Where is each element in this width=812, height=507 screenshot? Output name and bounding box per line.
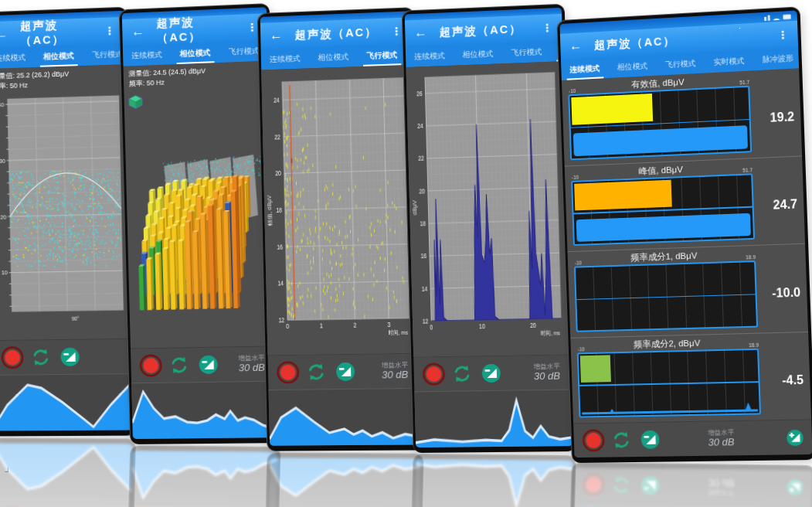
tab-flight-mode[interactable]: 飞行模式	[358, 44, 407, 66]
svg-text:幅值, dBμV: 幅值, dBμV	[267, 195, 273, 226]
svg-text:10: 10	[479, 322, 485, 330]
gain-increase-button[interactable]	[786, 428, 804, 447]
tab-continuous-mode[interactable]: 连续模式	[406, 45, 454, 67]
gauge-freq-component-2: -10 频率成分2, dBμV 18.9 -4.5	[570, 331, 811, 423]
tab-flight-mode[interactable]: 飞行模式	[656, 52, 705, 75]
gain-level-display: 增益水平 30 dB	[533, 362, 563, 383]
gauge-rms: -10 有效值, dBμV 51.7 19.2	[562, 68, 802, 165]
phone-continuous-mode: ← 超声波（AC） ⋮ 连续模式 相位模式 飞行模式 实时模式 脉冲波形 -10…	[562, 13, 807, 461]
svg-text:0: 0	[286, 322, 290, 330]
gauge-max-label: 51.7	[739, 80, 749, 86]
svg-text:12: 12	[423, 318, 429, 325]
gauge-list: -10 有效值, dBμV 51.7 19.2 -10 峰值, dBμV 51.…	[562, 68, 811, 423]
back-button[interactable]: ←	[414, 25, 427, 41]
tab-phase-mode[interactable]: 相位模式	[34, 45, 83, 67]
gain-level-display: 增益水平 30 dB	[708, 428, 738, 450]
gauge-bar	[574, 260, 758, 332]
refresh-button[interactable]	[169, 355, 189, 375]
app-title: 超声波（AC）	[594, 33, 676, 53]
phone-phase-3d: ← 超声波（AC） ⋮ 连续模式 相位模式 飞行模式 实时模式 脉冲波形 测量值…	[124, 6, 275, 444]
app-title: 超声波（AC）	[439, 22, 522, 39]
svg-text:20: 20	[0, 213, 6, 221]
tab-flight-mode[interactable]: 飞行模式	[502, 41, 552, 64]
refresh-button[interactable]	[452, 363, 472, 383]
gain-decrease-button[interactable]	[481, 363, 502, 383]
bottom-toolbar: 增益水平 30 dB	[413, 354, 571, 391]
bottom-toolbar: 增益水平 30 dB	[131, 345, 277, 383]
tab-continuous-mode[interactable]: 连续模式	[0, 46, 35, 69]
back-button[interactable]: ←	[131, 24, 144, 40]
record-button[interactable]	[279, 363, 297, 382]
record-button[interactable]	[3, 349, 22, 367]
tab-phase-mode[interactable]: 相位模式	[454, 43, 502, 65]
refresh-button[interactable]	[306, 362, 326, 382]
record-button[interactable]	[424, 365, 443, 383]
history-wave-chart	[131, 382, 277, 439]
svg-text:20: 20	[275, 170, 281, 178]
svg-text:14: 14	[277, 280, 284, 288]
refresh-button[interactable]	[31, 347, 51, 367]
svg-text:20: 20	[530, 322, 536, 329]
overflow-menu-icon[interactable]: ⋮	[246, 21, 257, 34]
tab-phase-mode[interactable]: 相位模式	[309, 46, 358, 68]
back-button[interactable]: ←	[569, 38, 583, 54]
gauge-peak: -10 峰值, dBμV 51.7 24.7	[565, 155, 805, 251]
gain-decrease-button[interactable]	[640, 430, 661, 450]
bottom-toolbar: 增益水平 30 dB	[268, 353, 420, 390]
svg-text:0: 0	[430, 324, 433, 332]
gain-decrease-button[interactable]	[198, 355, 219, 375]
svg-text:24: 24	[273, 97, 280, 104]
svg-text:时间, ms: 时间, ms	[541, 329, 560, 336]
phase-scatter-chart[interactable]: 4030201090°幅值, dBμV	[0, 89, 128, 340]
tab-continuous-mode[interactable]: 连续模式	[561, 57, 609, 80]
svg-text:22: 22	[418, 155, 424, 162]
back-button[interactable]: ←	[0, 26, 8, 42]
phase-3d-bar-chart[interactable]	[124, 85, 273, 348]
tab-phase-mode[interactable]: 相位模式	[608, 55, 657, 78]
svg-text:3: 3	[387, 321, 390, 328]
svg-text:1: 1	[320, 322, 323, 330]
3d-view-toggle-icon[interactable]	[127, 94, 143, 111]
svg-text:26: 26	[416, 90, 423, 97]
record-button[interactable]	[584, 431, 603, 450]
gauge-bar	[571, 173, 755, 246]
tab-continuous-mode[interactable]: 连续模式	[261, 47, 310, 70]
tab-realtime-mode[interactable]: 实时模式	[705, 49, 754, 73]
overflow-menu-icon[interactable]: ⋮	[777, 28, 789, 41]
bottom-toolbar: 增益水平 30 dB	[0, 339, 131, 375]
measurement-readout: 测量值: 25.2 (26.2) dBμV 频率: 50 Hz	[0, 64, 125, 92]
refresh-button[interactable]	[611, 430, 631, 450]
svg-text:16: 16	[277, 243, 283, 251]
back-button[interactable]: ←	[270, 28, 283, 44]
overflow-menu-icon[interactable]: ⋮	[104, 24, 115, 37]
history-wave-panel	[131, 381, 277, 439]
tab-phase-mode[interactable]: 相位模式	[171, 42, 219, 64]
gauge-bar	[568, 86, 752, 160]
svg-text:90°: 90°	[72, 315, 80, 322]
gauge-value: 19.2	[755, 110, 794, 125]
svg-text:18: 18	[420, 220, 426, 228]
svg-text:30: 30	[0, 157, 5, 165]
overflow-menu-icon[interactable]: ⋮	[391, 25, 402, 38]
svg-text:16: 16	[421, 253, 427, 260]
tab-pulse-waveform[interactable]: 脉冲波形	[753, 47, 804, 71]
svg-text:12: 12	[278, 317, 284, 325]
gain-decrease-button[interactable]	[59, 347, 80, 367]
svg-text:14: 14	[422, 285, 428, 293]
time-of-flight-chart[interactable]: 012324222018161412时间, ms幅值, dBμV	[262, 68, 416, 354]
svg-text:2: 2	[353, 322, 356, 329]
gauge-freq-component-1: -10 频率成分1, dBμV 18.9 -10.0	[567, 243, 808, 338]
gain-decrease-button[interactable]	[335, 362, 356, 382]
history-wave-panel	[269, 388, 421, 446]
history-wave-panel	[414, 390, 572, 447]
record-button[interactable]	[141, 356, 160, 375]
overflow-menu-icon[interactable]: ⋮	[542, 21, 552, 34]
stray-bracket-glyph: 」	[4, 461, 14, 475]
app-title: 超声波（AC）	[20, 16, 92, 48]
gauge-bar	[577, 348, 761, 417]
realtime-line-chart[interactable]: 010202624222018161412时间, msdBμV	[407, 64, 569, 356]
tab-continuous-mode[interactable]: 连续模式	[123, 43, 172, 66]
history-wave-chart	[414, 390, 572, 447]
history-wave-chart	[0, 374, 133, 430]
gauge-value: 24.7	[758, 198, 797, 213]
